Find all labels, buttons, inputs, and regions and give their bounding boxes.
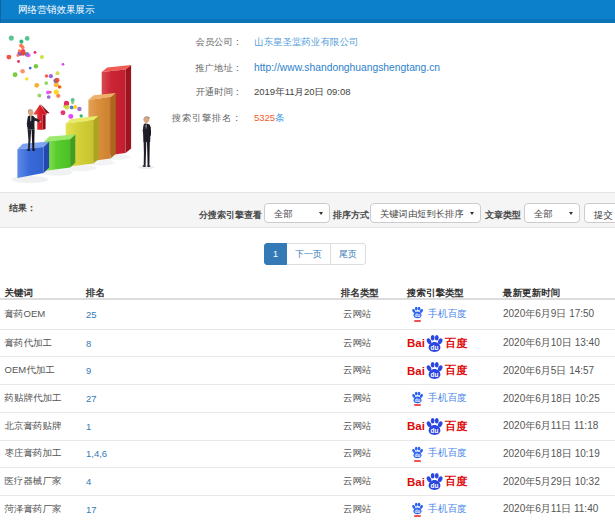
svg-text:du: du	[415, 508, 421, 513]
cell-updated: 2020年6月18日 10:19	[491, 440, 615, 468]
keyword-row: 膏药OEM25云网站du手机百度2020年6月9日 17:50	[0, 299, 615, 330]
mobile-baidu-logo: du手机百度	[407, 502, 491, 518]
sort-filter-value: 关键词由短到长排序	[380, 208, 464, 221]
baidu-paw-icon: du	[425, 334, 444, 353]
next-page-button[interactable]: 下一页	[286, 243, 331, 265]
baidu-paw-icon: du	[411, 391, 424, 404]
cell-rank: 17	[80, 495, 335, 520]
engine-rank-count: 5325	[254, 112, 275, 123]
article-type-value: 全部	[534, 208, 553, 221]
cell-updated: 2020年6月18日 10:25	[491, 385, 615, 413]
keyword-row: OEM代加工9云网站Baidu百度2020年6月5日 14:57	[0, 357, 615, 385]
cell-engine-type: Baidu百度	[401, 468, 491, 496]
engine-filter-select[interactable]: 全部	[264, 203, 330, 223]
cell-rank-type: 云网站	[335, 495, 401, 520]
cell-rank-type: 云网站	[335, 329, 401, 357]
keyword-row: 膏药代加工8云网站Baidu百度2020年6月10日 13:40	[0, 329, 615, 357]
col-rank: 排名	[80, 280, 335, 299]
rank-link[interactable]: 9	[86, 365, 91, 376]
open-time-value: 2019年11月20日 09:08	[254, 86, 350, 97]
cell-keyword: 菏泽膏药厂家	[0, 495, 80, 520]
baidu-paw-icon: du	[425, 417, 444, 436]
svg-text:du: du	[430, 371, 438, 378]
col-updated: 最新更新时间	[491, 280, 615, 299]
cell-keyword: 北京膏药贴牌	[0, 412, 80, 440]
mobile-baidu-underline	[414, 515, 421, 517]
rank-link[interactable]: 8	[86, 338, 91, 349]
promo-url-link[interactable]: http://www.shandonghuangshengtang.cn	[254, 62, 440, 73]
mobile-baidu-logo: du手机百度	[407, 446, 491, 462]
last-page-button[interactable]: 尾页	[330, 243, 366, 265]
keyword-results-table: 关键词 排名 排名类型 搜索引擎类型 最新更新时间 膏药OEM25云网站du手机…	[0, 280, 615, 520]
filter-bar: 结果： 分搜索引擎查看 全部 排序方式 关键词由短到长排序 文章类型 全部 提交	[0, 192, 615, 228]
baidu-paw-icon: du	[411, 502, 424, 515]
cell-keyword: 药贴牌代加工	[0, 385, 80, 413]
mobile-baidu-text: 手机百度	[428, 447, 467, 460]
rank-link[interactable]: 1	[86, 421, 91, 432]
svg-text:du: du	[430, 343, 438, 350]
member-company-label: 会员公司：	[0, 36, 242, 49]
rank-link[interactable]: 27	[86, 393, 97, 404]
svg-text:du: du	[415, 313, 421, 318]
baidu-logo-bai: Bai	[407, 420, 425, 432]
engine-rank-row: 搜索引擎排名：5325条	[0, 107, 285, 125]
baidu-logo: Baidu百度	[407, 334, 491, 353]
baidu-logo-bai: Bai	[407, 337, 425, 349]
rank-link[interactable]: 25	[86, 309, 97, 320]
col-rank-type: 排名类型	[335, 280, 401, 299]
engine-filter-value: 全部	[274, 208, 293, 221]
svg-text:du: du	[415, 398, 421, 403]
rank-link[interactable]: 1,4,6	[86, 448, 107, 459]
mobile-baidu-text: 手机百度	[428, 392, 467, 405]
pagination-section: 1 下一页 尾页	[0, 228, 615, 280]
mobile-baidu-text: 手机百度	[428, 503, 467, 516]
open-time-row: 开通时间：2019年11月20日 09:08	[0, 81, 350, 99]
caret-down-icon	[569, 212, 573, 215]
baidu-logo: Baidu百度	[407, 361, 491, 380]
sort-filter-label: 排序方式	[333, 209, 369, 222]
article-type-select[interactable]: 全部	[524, 203, 580, 223]
baidu-logo: Baidu百度	[407, 472, 491, 491]
engine-rank-unit: 条	[275, 112, 285, 123]
baidu-logo: Baidu百度	[407, 417, 491, 436]
sort-filter-select[interactable]: 关键词由短到长排序	[370, 203, 481, 223]
submit-button[interactable]: 提交	[584, 203, 615, 223]
baidu-logo-cn: 百度	[445, 363, 467, 378]
engine-filter-label: 分搜索引擎查看	[199, 209, 262, 222]
cell-rank-type: 云网站	[335, 385, 401, 413]
article-type-label: 文章类型	[485, 209, 521, 222]
baidu-logo-cn: 百度	[445, 336, 467, 351]
rank-link[interactable]: 4	[86, 476, 91, 487]
mobile-baidu-underline	[414, 320, 421, 322]
cell-rank: 25	[80, 299, 335, 330]
cell-updated: 2020年6月9日 17:50	[491, 299, 615, 330]
svg-text:du: du	[430, 482, 438, 489]
cell-engine-type: du手机百度	[401, 440, 491, 468]
keyword-row: 北京膏药贴牌1云网站Baidu百度2020年6月11日 11:18	[0, 412, 615, 440]
cell-keyword: 枣庄膏药加工	[0, 440, 80, 468]
cell-engine-type: du手机百度	[401, 385, 491, 413]
member-info-section: 会员公司：山东皇圣堂药业有限公司 推广地址：http://www.shandon…	[0, 23, 615, 192]
cell-rank: 1	[80, 412, 335, 440]
baidu-paw-icon: du	[425, 472, 444, 491]
cell-rank-type: 云网站	[335, 299, 401, 330]
open-time-label: 开通时间：	[0, 86, 242, 99]
page-1-button[interactable]: 1	[264, 243, 287, 265]
col-engine-type: 搜索引擎类型	[401, 280, 491, 299]
col-keyword: 关键词	[0, 280, 80, 299]
cell-rank: 1,4,6	[80, 440, 335, 468]
caret-down-icon	[319, 212, 323, 215]
table-header-row: 关键词 排名 排名类型 搜索引擎类型 最新更新时间	[0, 280, 615, 299]
cell-rank-type: 云网站	[335, 357, 401, 385]
baidu-paw-icon: du	[411, 446, 424, 459]
member-company-link[interactable]: 山东皇圣堂药业有限公司	[254, 36, 359, 47]
cell-engine-type: Baidu百度	[401, 412, 491, 440]
rank-link[interactable]: 17	[86, 504, 97, 515]
caret-down-icon	[470, 212, 474, 215]
cell-updated: 2020年5月29日 10:32	[491, 468, 615, 496]
cell-updated: 2020年6月5日 14:57	[491, 357, 615, 385]
mobile-baidu-underline	[414, 460, 421, 462]
cell-engine-type: du手机百度	[401, 299, 491, 330]
promo-url-label: 推广地址：	[0, 62, 242, 75]
baidu-paw-icon: du	[425, 361, 444, 380]
